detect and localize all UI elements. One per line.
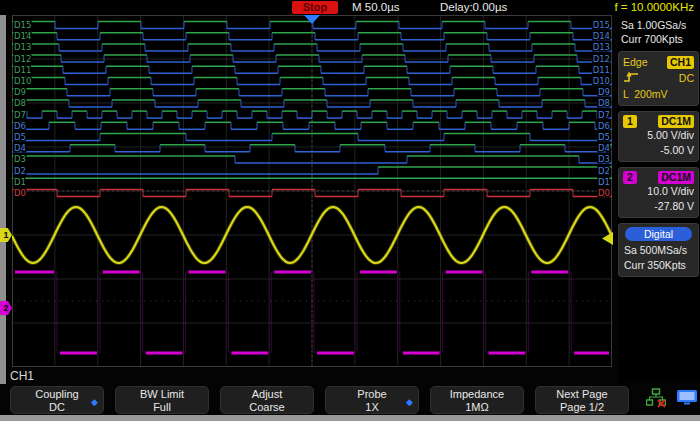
bezel-bottom-strip <box>0 415 700 421</box>
digital-memory-depth: Curr 350Kpts <box>624 259 686 271</box>
analog-memory-depth: Curr 700Kpts <box>621 33 683 45</box>
bezel-left-strip <box>0 15 6 415</box>
menu-value: Page 1/2 <box>536 401 628 414</box>
ch2-ground-marker[interactable]: 2 <box>0 301 12 315</box>
digital-sample-rate: Sa 500MSa/s <box>624 244 687 256</box>
ch2-number-badge: 2 <box>623 171 637 184</box>
svg-text:D9: D9 <box>14 87 26 97</box>
menu-label: Probe <box>326 388 418 401</box>
ch1-scale: 5.00 V/div <box>623 128 694 143</box>
ch1-coupling-badge: DC1M <box>658 115 694 128</box>
svg-text:D15: D15 <box>593 20 610 30</box>
menu-label: Next Page <box>536 388 628 401</box>
sidebar: Sa 1.00GSa/s Curr 700Kpts Edge CH1 DC L … <box>617 15 700 383</box>
menu-label: BW Limit <box>116 388 208 401</box>
svg-text:D14: D14 <box>14 31 31 41</box>
svg-text:D3: D3 <box>14 154 26 164</box>
rising-edge-icon <box>623 70 639 87</box>
digital-info-box[interactable]: Digital Sa 500MSa/s Curr 350Kpts <box>618 223 699 277</box>
svg-text:D11: D11 <box>593 65 610 75</box>
digital-acquisition-info: Sa 500MSa/s Curr 350Kpts <box>623 243 694 273</box>
svg-text:D10: D10 <box>593 76 610 86</box>
svg-text:D1: D1 <box>14 177 26 187</box>
run-state-badge[interactable]: Stop <box>292 1 338 14</box>
menu-label: Impedance <box>431 388 523 401</box>
menu-button-bw-limit[interactable]: BW Limit Full <box>115 386 209 414</box>
trigger-level-readout: L 200mV <box>623 87 694 102</box>
ch2-info-box[interactable]: 2 DC1M 10.0 V/div -27.80 V <box>618 167 699 218</box>
svg-text:D0: D0 <box>598 188 610 198</box>
svg-text:D7: D7 <box>598 110 610 120</box>
frequency-counter-readout: f = 10.0000KHz <box>614 1 694 14</box>
menu-value: 1MΩ <box>431 401 523 414</box>
svg-text:D5: D5 <box>598 132 610 142</box>
svg-text:D4: D4 <box>14 143 26 153</box>
trigger-position-marker[interactable] <box>304 15 320 24</box>
svg-text:D11: D11 <box>14 65 31 75</box>
svg-text:D6: D6 <box>598 121 610 131</box>
oscilloscope-screen: Stop M 50.0µs Delay:0.00µs f = 10.0000KH… <box>0 0 700 421</box>
ch1-ground-marker[interactable]: 1 <box>0 228 12 242</box>
svg-text:D4: D4 <box>598 143 610 153</box>
svg-text:D10: D10 <box>14 76 31 86</box>
delay-readout: Delay:0.00µs <box>440 1 507 14</box>
menu-value: Coarse <box>221 401 313 414</box>
analog-sample-rate: Sa 1.00GSa/s <box>621 19 686 31</box>
menu-button-impedance[interactable]: Impedance 1MΩ <box>430 386 524 414</box>
svg-text:D15: D15 <box>14 20 31 30</box>
menu-value: 1X <box>326 401 418 414</box>
trigger-coupling: DC <box>679 71 694 86</box>
menu-value: DC <box>11 401 103 414</box>
svg-text:D8: D8 <box>14 98 26 108</box>
menu-label: Adjust <box>221 388 313 401</box>
selector-diamond-icon: ◆ <box>406 396 413 409</box>
acquisition-info: Sa 1.00GSa/s Curr 700Kpts <box>617 15 700 46</box>
selector-diamond-icon: ◆ <box>91 396 98 409</box>
print-screen-icon <box>676 389 698 410</box>
trigger-info-box[interactable]: Edge CH1 DC L 200mV <box>618 51 699 106</box>
svg-text:D13: D13 <box>14 42 31 52</box>
svg-text:D13: D13 <box>593 42 610 52</box>
svg-text:D5: D5 <box>14 132 26 142</box>
ch1-number-badge: 1 <box>623 115 637 128</box>
svg-text:D1: D1 <box>598 177 610 187</box>
menu-button-next-page[interactable]: Next Page Page 1/2 <box>535 386 629 414</box>
menu-value: Full <box>116 401 208 414</box>
svg-text:D12: D12 <box>593 54 610 64</box>
svg-text:D8: D8 <box>598 98 610 108</box>
ch2-scale: 10.0 V/div <box>623 184 694 199</box>
menu-label: Coupling <box>11 388 103 401</box>
waveform-canvas: D15D15D14D14D13D13D12D12D11D11D10D10D9D9… <box>12 15 612 367</box>
waveform-display: D15D15D14D14D13D13D12D12D11D11D10D10D9D9… <box>12 15 612 367</box>
status-icons <box>646 388 698 412</box>
svg-text:D12: D12 <box>14 54 31 64</box>
ch1-info-box[interactable]: 1 DC1M 5.00 V/div -5.00 V <box>618 111 699 162</box>
svg-text:D6: D6 <box>14 121 26 131</box>
trigger-source-badge: CH1 <box>667 56 694 69</box>
menu-button-adjust[interactable]: Adjust Coarse <box>220 386 314 414</box>
trigger-mode: Edge <box>623 55 648 70</box>
ch1-offset: -5.00 V <box>623 143 694 158</box>
svg-text:D14: D14 <box>593 31 610 41</box>
menu-button-coupling[interactable]: Coupling DC ◆ <box>10 386 104 414</box>
lan-disconnected-icon <box>646 388 666 412</box>
svg-text:D9: D9 <box>598 87 610 97</box>
menu-button-probe[interactable]: Probe 1X ◆ <box>325 386 419 414</box>
svg-text:D2: D2 <box>598 166 610 176</box>
svg-text:D3: D3 <box>598 154 610 164</box>
top-status-bar: Stop M 50.0µs Delay:0.00µs f = 10.0000KH… <box>0 0 700 15</box>
softkey-menu-bar: Coupling DC ◆ BW Limit Full Adjust Coars… <box>0 384 700 415</box>
svg-text:D2: D2 <box>14 166 26 176</box>
svg-text:D7: D7 <box>14 110 26 120</box>
timebase-readout: M 50.0µs <box>352 1 400 14</box>
ch2-coupling-badge: DC1M <box>658 171 694 184</box>
digital-title-badge: Digital <box>625 227 692 241</box>
active-menu-title: CH1 <box>10 369 34 383</box>
ch2-offset: -27.80 V <box>623 199 694 214</box>
svg-text:D0: D0 <box>14 188 26 198</box>
